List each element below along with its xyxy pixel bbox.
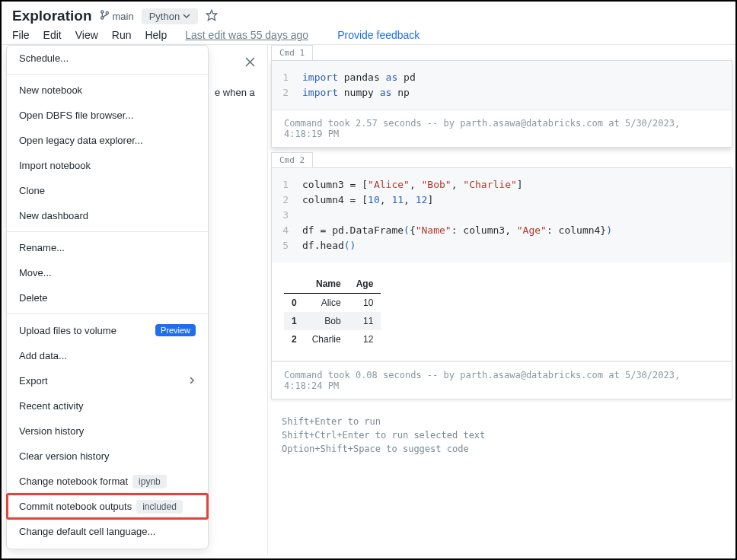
branch-icon [100,10,110,22]
keyboard-hints: Shift+Enter to run Shift+Ctrl+Enter to r… [268,404,735,466]
format-badge: ipynb [132,475,167,488]
menu-add-data[interactable]: Add data... [7,343,208,368]
feedback-link[interactable]: Provide feedback [337,29,420,41]
menu-file[interactable]: File [12,29,30,41]
star-icon[interactable] [206,9,218,24]
branch-name: main [113,11,134,22]
menu-clear-version[interactable]: Clear version history [7,444,208,469]
hint-line: Option+Shift+Space to suggest code [282,442,722,456]
menu-change-format[interactable]: Change notebook formatipynb [7,469,208,494]
hint-line: Shift+Ctrl+Enter to run selected text [282,428,722,442]
last-edit-link[interactable]: Last edit was 55 days ago [185,29,308,41]
notebook-title[interactable]: Exploration [12,8,92,24]
menu-open-legacy[interactable]: Open legacy data explorer... [7,128,208,153]
branch-indicator[interactable]: main [100,10,134,22]
menu-new-notebook[interactable]: New notebook [7,78,208,103]
file-dropdown-menu: Schedule... New notebook Open DBFS file … [6,45,209,549]
menu-divider [7,313,208,314]
close-icon[interactable] [245,57,255,69]
menu-rename[interactable]: Rename... [7,235,208,260]
svg-point-2 [106,11,108,14]
cmd-label-1: Cmd 1 [271,45,313,60]
menu-divider [7,74,208,75]
language-selector[interactable]: Python [142,8,198,24]
cmd2-footer: Command took 0.08 seconds -- by parth.as… [272,361,732,399]
menu-move[interactable]: Move... [7,260,208,285]
panel-text-fragment: e when a [215,87,255,98]
chevron-down-icon [183,11,190,22]
cmd1-footer: Command took 2.57 seconds -- by parth.as… [272,110,732,147]
svg-point-0 [100,11,103,13]
menu-open-dbfs[interactable]: Open DBFS file browser... [7,103,208,128]
menu-commit-outputs[interactable]: Commit notebook outputsincluded [7,494,208,519]
code-cell-2[interactable]: 1column3 = ["Alice", "Bob", "Charlie"]2c… [271,167,732,399]
menu-import-notebook[interactable]: Import notebook [7,153,208,178]
menu-version-history[interactable]: Version history [7,418,208,444]
menu-schedule[interactable]: Schedule... [7,46,208,71]
menu-change-lang[interactable]: Change default cell language... [7,519,208,544]
preview-badge: Preview [155,324,196,336]
menu-new-dashboard[interactable]: New dashboard [7,203,208,228]
menu-divider [7,231,208,232]
output-table: NameAge 0Alice101Bob112Charlie12 [284,275,381,348]
menu-upload-volume[interactable]: Upload files to volume Preview [7,317,208,343]
menu-help[interactable]: Help [145,29,167,41]
menu-recent-activity[interactable]: Recent activity [7,393,208,418]
chevron-right-icon [188,375,196,387]
menu-clone[interactable]: Clone [7,178,208,203]
code-cell-1[interactable]: 1import pandas as pd2import numpy as np … [271,60,732,148]
menu-view[interactable]: View [75,29,98,41]
menu-export[interactable]: Export [7,368,208,393]
language-label: Python [149,11,180,22]
hint-line: Shift+Enter to run [282,415,722,428]
commit-badge: included [136,500,183,514]
menu-delete[interactable]: Delete [7,285,208,310]
menu-run[interactable]: Run [112,29,132,41]
menu-edit[interactable]: Edit [43,29,62,41]
svg-marker-3 [207,10,217,20]
cmd-label-2: Cmd 2 [271,152,313,167]
